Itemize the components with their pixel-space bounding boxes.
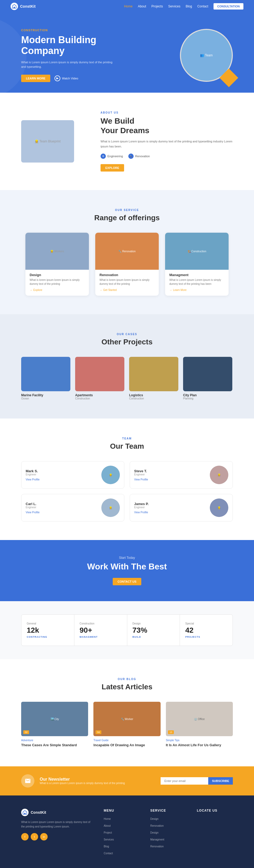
stat-design: Design 73% BUILD — [127, 615, 180, 646]
learn-more-button[interactable]: LEARN MORE — [21, 75, 50, 82]
footer-locate-col: LOCATE US — [197, 809, 233, 858]
team-card-carl: Carl L. Engineer View Profile 👷 — [21, 494, 124, 522]
watch-video-button[interactable]: ▶ Watch Video — [55, 75, 78, 81]
blog-category-3: Simple Tips — [166, 739, 233, 742]
team-role-carl: Engineer — [26, 506, 97, 509]
team-tag: TEAM — [21, 437, 233, 440]
footer-menu-project: Project — [104, 830, 140, 835]
team-card-mark: Mark S. Engineer View Profile 👷 — [21, 461, 124, 489]
nav-link-contact[interactable]: Contact — [197, 4, 208, 8]
consultation-button[interactable]: CONSULTATION — [214, 3, 244, 9]
case-image-logistics — [129, 357, 178, 391]
services-header: OUR SERVICE Range of offerings — [21, 209, 233, 222]
about-heading: We Build Your Dreams — [100, 116, 233, 135]
case-title-logistics: Logistics — [129, 393, 178, 397]
newsletter-subscribe-button[interactable]: SUBSCRIBE — [208, 777, 233, 785]
footer-menu-home: Home — [104, 816, 140, 821]
logo-icon — [10, 3, 18, 10]
cases-section: OUR CASES Other Projects Marine Facility… — [0, 314, 254, 418]
service-link-management[interactable]: → Learn More — [165, 288, 229, 291]
svg-rect-3 — [24, 813, 25, 814]
team-name-steve: Steve T. — [134, 469, 205, 473]
stat-number-construction: 90+ — [80, 626, 122, 634]
case-overlay-cityplan — [183, 357, 232, 391]
team-avatar-steve: 👷 — [210, 466, 228, 484]
nav-links: Home About Projects Services Blog Contac… — [124, 3, 244, 9]
nav-link-blog[interactable]: Blog — [186, 4, 192, 8]
stat-number-special: 42 — [185, 626, 227, 634]
stat-label-special: Special — [185, 622, 227, 625]
footer-menu-services: Services — [104, 837, 140, 841]
cta-section: Start Today Work With The Best CONTACT U… — [0, 540, 254, 601]
services-section: OUR SERVICE Range of offerings 👷 Workers… — [0, 190, 254, 314]
nav-link-projects[interactable]: Projects — [151, 4, 163, 8]
badge-renovation: 🔨 Renovation — [128, 154, 150, 159]
footer-brand: ConstKit What is Lorem ipsum Lorem ipsum… — [21, 809, 93, 858]
social-twitter-icon[interactable]: t — [31, 833, 38, 840]
newsletter-description: What is a Lorem ipsum Lorem ipsum is sim… — [40, 782, 155, 785]
stat-number-design: 73% — [132, 626, 174, 634]
hero-buttons: LEARN MORE ▶ Watch Video — [21, 75, 117, 82]
newsletter-section: Our Newsletter What is a Lorem ipsum Lor… — [0, 766, 254, 796]
case-image-marine — [21, 357, 70, 391]
view-profile-james[interactable]: View Profile — [134, 511, 205, 514]
service-link-renovation[interactable]: → Get Started — [95, 288, 159, 291]
case-card-marine: Marine Facility Ocean — [21, 357, 70, 400]
footer-menu-about: About — [104, 823, 140, 828]
nav-link-about[interactable]: About — [138, 4, 146, 8]
stat-sublabel-design: BUILD — [132, 636, 174, 638]
blog-heading: Latest Articles — [21, 683, 233, 691]
social-icons: f t in — [21, 833, 93, 840]
about-content: ABOUT US We Build Your Dreams What is Lo… — [100, 111, 233, 172]
team-heading: Our Team — [21, 442, 233, 451]
nav-link-home[interactable]: Home — [124, 4, 132, 8]
team-header: TEAM Our Team — [21, 437, 233, 451]
service-desc-management: What is Lorem ipsum Lorem ipsum is simpl… — [165, 278, 229, 288]
case-title-marine: Marine Facility — [21, 393, 70, 397]
view-profile-steve[interactable]: View Profile — [134, 478, 205, 481]
hero-section: CONSTRUCTION Modern Building Company Wha… — [0, 13, 254, 93]
hero-heading: Modern Building Company — [21, 34, 117, 56]
contact-us-button[interactable]: CONTACT US — [113, 578, 141, 585]
footer-logo-icon — [21, 809, 29, 816]
social-linkedin-icon[interactable]: in — [40, 833, 47, 840]
view-profile-mark[interactable]: View Profile — [26, 478, 97, 481]
hero-tag: CONSTRUCTION — [21, 29, 117, 32]
team-info-carl: Carl L. Engineer View Profile — [26, 502, 97, 514]
cta-sub: Start Today — [21, 556, 233, 560]
footer: ConstKit What is Lorem ipsum Lorem ipsum… — [0, 796, 254, 868]
about-main-image: 👷 Team Blueprint — [21, 120, 74, 162]
case-category-marine: Ocean — [21, 397, 70, 400]
team-name-carl: Carl L. — [26, 502, 97, 506]
social-facebook-icon[interactable]: f — [21, 833, 29, 840]
blog-badge-3: 13 — [168, 730, 174, 734]
footer-menu-list: Home About Project Services Blog Contact — [104, 816, 140, 855]
team-name-james: James P. — [134, 502, 205, 506]
blog-tag: OUR BLOG — [21, 678, 233, 681]
team-card-steve: Steve T. Engineer View Profile 👷 — [130, 461, 233, 489]
services-heading: Range of offerings — [21, 214, 233, 222]
renovation-icon: 🔨 — [128, 154, 134, 159]
footer-menu-heading: MENU — [104, 809, 140, 812]
explore-button[interactable]: EXPLORE — [100, 164, 124, 172]
about-description: What is Lorem ipsum Lorem ipsum is simpl… — [100, 139, 233, 149]
team-role-mark: Engineer — [26, 473, 97, 476]
footer-service-col: SERVICE Design Renovation Design Managme… — [150, 809, 186, 858]
newsletter-email-input[interactable] — [161, 777, 208, 785]
stat-sublabel-general: CONTRACTING — [27, 636, 69, 638]
stat-label-general: General — [27, 622, 69, 625]
newsletter-form: SUBSCRIBE — [161, 777, 233, 785]
service-image-renovation: 🔧 Renovation — [95, 233, 159, 270]
view-profile-carl[interactable]: View Profile — [26, 511, 97, 514]
service-image-management: 🏗️ Construction — [165, 233, 229, 270]
blog-image-2: 🔧 Worker 04 — [93, 702, 160, 736]
service-link-design[interactable]: → Explore — [25, 288, 89, 291]
watch-label: Watch Video — [62, 77, 78, 80]
team-info-james: James P. Engineer View Profile — [134, 502, 205, 514]
stat-special: Special 42 PROJECTS — [180, 615, 232, 646]
nav-link-services[interactable]: Services — [168, 4, 181, 8]
blog-grid: 🏙️ City 02 Adventure These Cases Are Sim… — [21, 702, 233, 748]
case-category-logistics: Construction — [129, 397, 178, 400]
service-title-design: Design — [25, 270, 89, 278]
explore-icon: → — [30, 288, 32, 291]
